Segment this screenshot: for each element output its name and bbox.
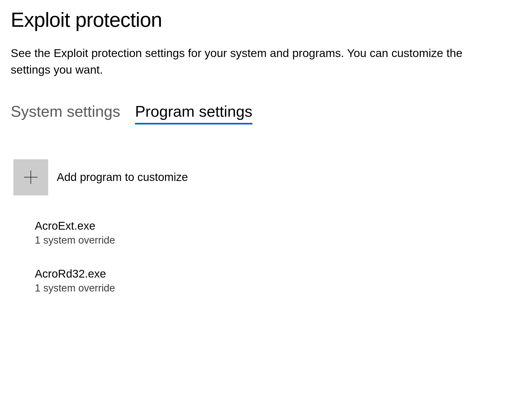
page-description: See the Exploit protection settings for … — [11, 45, 493, 78]
plus-icon — [13, 159, 48, 195]
page-title: Exploit protection — [11, 8, 503, 31]
list-item[interactable]: AcroExt.exe 1 system override — [35, 220, 503, 246]
add-program-button[interactable]: Add program to customize — [13, 159, 503, 195]
tab-system-settings[interactable]: System settings — [11, 102, 120, 124]
program-subtitle: 1 system override — [35, 234, 503, 246]
program-name: AcroExt.exe — [35, 220, 503, 232]
program-name: AcroRd32.exe — [35, 267, 503, 280]
program-list: AcroExt.exe 1 system override AcroRd32.e… — [35, 220, 503, 294]
program-subtitle: 1 system override — [35, 282, 503, 294]
tab-program-settings[interactable]: Program settings — [135, 102, 252, 124]
tabs-container: System settings Program settings — [11, 102, 503, 124]
add-program-label: Add program to customize — [57, 171, 188, 184]
list-item[interactable]: AcroRd32.exe 1 system override — [35, 267, 503, 294]
